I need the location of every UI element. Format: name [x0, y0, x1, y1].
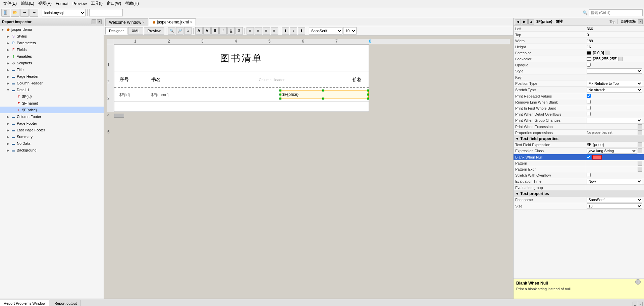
print-overflow-checkbox[interactable] [587, 112, 591, 116]
prop-val-eval-time[interactable]: Now [585, 178, 644, 185]
tree-item-scriptlets[interactable]: ▶ ⚙ Scriptlets [0, 60, 104, 66]
open-button[interactable]: 📂 [11, 9, 19, 17]
bottom-tab-output[interactable]: iReport output [50, 300, 80, 306]
style-select[interactable] [587, 68, 642, 74]
tree-item-no-data[interactable]: ▶ ▬ No Data [0, 140, 104, 147]
h-scroll-thumb[interactable] [114, 114, 124, 118]
prop-val-top[interactable]: 0 [585, 32, 644, 38]
italic-btn[interactable]: I [219, 27, 227, 35]
zoom-in-btn[interactable]: 🔍 [168, 27, 175, 35]
handle-tr[interactable] [367, 89, 369, 91]
prop-val-textfield-expr[interactable]: $F {price} … [585, 142, 644, 148]
handle-mr[interactable] [367, 94, 369, 96]
prop-val-font-name[interactable]: SansSerif [585, 197, 644, 203]
tree-item-fields[interactable]: ▶ F Fields [0, 46, 104, 53]
font-size-selector[interactable]: 10 [343, 27, 357, 35]
bold-btn[interactable]: B [211, 27, 219, 35]
prop-val-pattern-expr[interactable]: … [585, 166, 644, 172]
strikethrough-btn[interactable]: S [235, 27, 243, 35]
h-scrollbar[interactable] [107, 113, 510, 118]
menu-tools[interactable]: 工具(I) [89, 1, 105, 6]
align-right-btn[interactable]: ≡ [263, 27, 270, 35]
backcolor-btn[interactable]: … [618, 57, 623, 61]
stretch-overflow-checkbox[interactable] [587, 173, 591, 177]
text-tool-btn2[interactable]: A [203, 27, 211, 35]
prop-val-print-overflow[interactable] [585, 111, 644, 117]
detail-price-field[interactable]: $F{price} [280, 90, 369, 99]
prop-val-pattern[interactable]: … [585, 160, 644, 166]
align-left-btn[interactable]: ≡ [247, 27, 254, 35]
nav-next-btn[interactable]: ▶ [522, 19, 528, 24]
menu-format[interactable]: Format [54, 1, 70, 6]
prop-val-remove-line[interactable] [585, 99, 644, 105]
menu-window[interactable]: 窗口(W) [105, 1, 123, 6]
prop-expr-btn[interactable]: … [638, 130, 642, 135]
prop-val-size[interactable]: 10 [585, 203, 644, 209]
menu-help[interactable]: 帮助(H) [123, 1, 141, 6]
right-panel-close-btn[interactable]: × [638, 19, 643, 24]
tree-item-styles[interactable]: ▶ S Styles [0, 33, 104, 40]
font-name-select[interactable]: SansSerif [587, 197, 642, 202]
zoom-out-btn[interactable]: 🔎 [176, 27, 183, 35]
handle-ml[interactable] [279, 94, 281, 96]
opaque-checkbox[interactable] [587, 63, 591, 67]
handle-tm[interactable] [322, 89, 324, 91]
tab-jasper-demo[interactable]: ⬟ jasper-demo.jrxml × [149, 18, 196, 26]
menu-view[interactable]: 视图(V) [36, 1, 54, 6]
tab-welcome[interactable]: Welcome Window × [105, 18, 148, 26]
prop-val-opaque[interactable] [585, 62, 644, 68]
search-input[interactable] [589, 9, 643, 16]
position-type-select[interactable]: Fix Relative to Top [587, 81, 642, 86]
tree-item-variables[interactable]: ▶ ∫ Variables [0, 53, 104, 60]
print-repeated-checkbox[interactable] [587, 94, 591, 98]
tf-expr-btn[interactable]: … [638, 142, 642, 147]
designer-tab[interactable]: Designer [105, 27, 127, 35]
tree-item-column-footer[interactable]: ▶ ▬ Column Footer [0, 113, 104, 120]
prop-val-blank-null[interactable] [585, 154, 644, 160]
prop-val-forecolor[interactable]: [0,0,0] … [585, 50, 644, 56]
bottom-panel-close[interactable]: × [638, 302, 643, 306]
prop-row-blank-when-null[interactable]: Blank When Null [514, 154, 644, 160]
prop-val-print-group[interactable] [585, 117, 644, 124]
tree-item-fid[interactable]: T $F{id} [0, 93, 104, 100]
prop-val-style[interactable] [585, 68, 644, 74]
prop-val-stretch-overflow[interactable] [585, 172, 644, 178]
tree-item-page-header[interactable]: ▶ ▬ Page Header [0, 73, 104, 80]
canvas-area[interactable]: 1 2 3 4 5 6 7 8 1 2 3 [104, 36, 513, 299]
tree-item-parameters[interactable]: ▶ P Parameters [0, 40, 104, 46]
panel-minimize-btn[interactable]: - [92, 19, 96, 24]
tree-item-detail1[interactable]: ▼ ▬ Detail 1 [0, 86, 104, 93]
align-center-btn[interactable]: ≡ [255, 27, 262, 35]
tree-item-title[interactable]: ▶ ▬ Title [0, 66, 104, 73]
menu-file[interactable]: 文件(E) [1, 1, 19, 6]
size-select[interactable]: 10 [587, 203, 642, 209]
underline-btn[interactable]: U [227, 27, 235, 35]
handle-br[interactable] [367, 98, 369, 100]
expr-class-select[interactable]: java.lang.String [587, 148, 637, 154]
expr-class-btn[interactable]: … [638, 148, 642, 153]
tree-item-jasper-demo[interactable]: ▼ ⬟ jasper-demo [0, 26, 104, 33]
print-first-checkbox[interactable] [587, 106, 591, 110]
align-justify-btn[interactable]: ≡ [271, 27, 278, 35]
prop-val-print-repeated[interactable] [585, 93, 644, 99]
font-selector[interactable]: SansSerif [309, 27, 342, 35]
bottom-panel-minimize[interactable]: _ [633, 302, 637, 306]
stretch-type-select[interactable]: No stretch [587, 87, 642, 93]
props-scroll[interactable]: Left 366 Top 0 Width 189 Heig [514, 25, 644, 279]
tree-item-summary[interactable]: ▶ ▬ Summary [0, 133, 104, 140]
redo-button[interactable]: ↪ [30, 9, 38, 17]
valign-bot-btn[interactable]: ⬇ [298, 27, 305, 35]
prop-val-position-type[interactable]: Fix Relative to Top [585, 80, 644, 87]
nav-prev-btn[interactable]: ◀ [515, 19, 521, 24]
menu-preview[interactable]: Preview [70, 1, 89, 6]
remove-line-checkbox[interactable] [587, 100, 591, 104]
blank-null-checkbox[interactable] [587, 155, 591, 159]
tree-item-page-footer[interactable]: ▶ ▬ Page Footer [0, 120, 104, 127]
prop-val-stretch-type[interactable]: No stretch [585, 87, 644, 93]
preview-tab[interactable]: Preview [144, 27, 164, 35]
forecolor-btn[interactable]: … [605, 51, 609, 55]
handle-tl[interactable] [279, 89, 281, 91]
xml-tab[interactable]: XML [128, 27, 143, 35]
prop-val-key[interactable] [585, 74, 644, 80]
tree-item-column-header[interactable]: ▶ ▬ Column Header [0, 80, 104, 86]
